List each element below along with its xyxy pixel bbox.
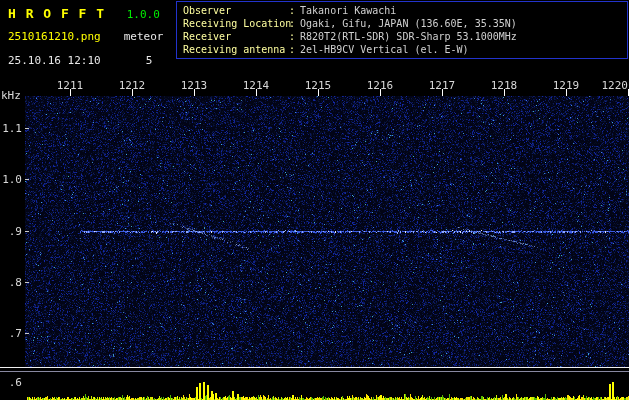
antenna-value: 2el-HB9CV Vertical (el. E-W) [300,44,469,55]
app-title: H R O F F T [8,6,105,21]
meteor-count: 5 [126,54,153,67]
hrofft-window: H R O F F T 1.0.0 2510161210.png meteor … [0,0,629,400]
time-axis-label-1211: 1211 [54,79,86,92]
time-axis-label-1212: 1212 [116,79,148,92]
khz-unit-label: kHz [1,89,21,102]
timestamp: 25.10.16 12:10 [8,54,116,67]
header-left: H R O F F T 1.0.0 2510161210.png meteor … [8,3,163,68]
mode-label: meteor [124,30,164,43]
freq-axis-label-1-1: 1.1 [0,122,22,135]
time-axis-label-1213: 1213 [178,79,210,92]
time-axis-label-1220: 1220 [596,79,628,92]
time-axis-label-1216: 1216 [364,79,396,92]
observer-info-panel: Observer:Takanori Kawachi Receiving Loca… [176,1,628,59]
separator: : [289,5,295,16]
info-row-location: Receiving Location:Ogaki, Gifu, JAPAN (1… [183,17,627,30]
time-axis-label-1218: 1218 [488,79,520,92]
time-axis-label-1214: 1214 [240,79,272,92]
separator: : [289,44,295,55]
receiver-value: R820T2(RTL-SDR) SDR-Sharp 53.1000MHz [300,31,517,42]
separator: : [289,31,295,42]
freq-axis-label-0-6: .6 [0,376,22,389]
output-filename: 2510161210.png [8,30,114,43]
app-version: 1.0.0 [127,8,160,21]
info-row-observer: Observer:Takanori Kawachi [183,4,627,17]
freq-axis-label-0-7: .7 [0,327,22,340]
freq-axis-label-0-9: .9 [0,225,22,238]
observer-value: Takanori Kawachi [300,5,396,16]
antenna-label: Receiving antenna [183,43,289,56]
info-row-antenna: Receiving antenna:2el-HB9CV Vertical (el… [183,43,627,56]
freq-axis-label-0-8: .8 [0,276,22,289]
receiver-label: Receiver [183,30,289,43]
time-axis-label-1215: 1215 [302,79,334,92]
freq-axis-label-1-0: 1.0 [0,173,22,186]
observer-label: Observer [183,4,289,17]
time-axis-label-1217: 1217 [426,79,458,92]
location-label: Receiving Location [183,17,289,30]
separator: : [289,18,295,29]
time-axis-label-1219: 1219 [550,79,582,92]
location-value: Ogaki, Gifu, JAPAN (136.60E, 35.35N) [300,18,517,29]
info-row-receiver: Receiver:R820T2(RTL-SDR) SDR-Sharp 53.10… [183,30,627,43]
